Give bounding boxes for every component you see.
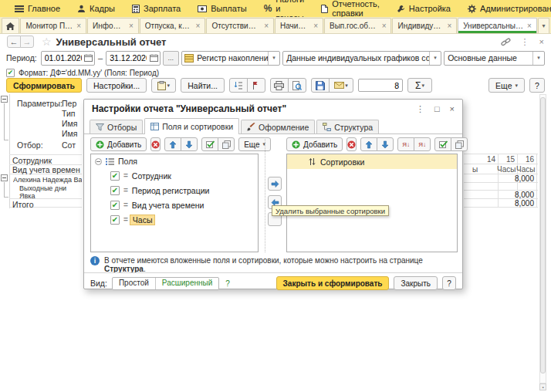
period-from-field[interactable] bbox=[41, 51, 95, 66]
scrollbar-thumb[interactable] bbox=[540, 97, 546, 373]
close-page-icon[interactable]: × bbox=[539, 37, 544, 46]
register-kind-select[interactable]: Основные данные ▾ bbox=[444, 51, 545, 66]
save-icon[interactable] bbox=[311, 78, 330, 93]
more-button[interactable]: Еще ▾ bbox=[488, 78, 525, 93]
vertical-scrollbar[interactable] bbox=[539, 94, 546, 384]
chevron-down-icon[interactable]: ▾ bbox=[532, 52, 544, 65]
tab-close-icon[interactable]: × bbox=[382, 22, 387, 30]
scrollbar-bottom-button[interactable]: ▪ bbox=[539, 384, 546, 390]
dialog-tab-otbory[interactable]: Отборы bbox=[90, 120, 143, 133]
fields-move-down-button[interactable] bbox=[181, 137, 198, 151]
fields-list[interactable]: Поля ✔ = Сотрудник ✔ = Период регистраци… bbox=[90, 154, 259, 252]
field-row-vid-ucheta[interactable]: ✔ = Вид учета времени bbox=[91, 198, 258, 212]
link-icon[interactable] bbox=[501, 37, 511, 47]
fields-uncheck-all-button[interactable] bbox=[218, 137, 235, 151]
field-checkbox[interactable]: ✔ bbox=[110, 171, 120, 181]
tab-universalnyj-otchet[interactable]: Универсальный отчет × bbox=[458, 18, 537, 33]
sortings-header-row[interactable]: Сортировки bbox=[287, 154, 457, 169]
print-preview-icon[interactable] bbox=[288, 78, 306, 93]
calendar-icon[interactable] bbox=[148, 53, 160, 63]
view-simple-option[interactable]: Простой bbox=[113, 278, 155, 289]
menu-item-nastroika[interactable]: Настройка bbox=[388, 0, 459, 17]
fields-root-row[interactable]: Поля bbox=[91, 154, 258, 168]
field-row-chasy[interactable]: ✔ = Часы bbox=[91, 212, 258, 227]
tab-close-icon[interactable]: × bbox=[264, 22, 269, 30]
favorite-star-icon[interactable]: ☆ bbox=[42, 35, 52, 48]
sum-button[interactable]: Σ ▾ bbox=[407, 78, 432, 93]
close-and-generate-button[interactable]: Закрыть и сформировать bbox=[276, 276, 390, 290]
menu-item-otchetnost[interactable]: Отчетность, справки bbox=[313, 0, 388, 17]
sortings-uncheck-all-button[interactable] bbox=[451, 137, 468, 151]
help-button[interactable]: ? bbox=[529, 78, 545, 93]
print-icon[interactable] bbox=[270, 78, 289, 93]
sortings-add-button[interactable]: Добавить bbox=[286, 137, 343, 151]
menu-item-kadry[interactable]: Кадры bbox=[69, 0, 123, 17]
tab-otpuska[interactable]: Отпуска, командир... × bbox=[140, 18, 206, 33]
dialog-tab-polya-i-sortirovki[interactable]: Поля и сортировки bbox=[144, 118, 239, 134]
more-dots-icon[interactable]: ⋮ bbox=[521, 37, 529, 47]
field-row-period-registracii[interactable]: ✔ = Период регистрации bbox=[91, 183, 258, 198]
fields-more-button[interactable]: Еще ▾ bbox=[238, 137, 271, 151]
collapse-groups-icon[interactable] bbox=[247, 78, 265, 93]
chevron-down-icon[interactable]: ▾ bbox=[429, 52, 441, 65]
period-from-input[interactable] bbox=[42, 53, 82, 63]
dialog-tab-struktura[interactable]: Структура bbox=[316, 120, 379, 133]
tab-individualnye[interactable]: Индивидуальные гр... × bbox=[392, 18, 457, 33]
menu-item-vyplaty[interactable]: Выплаты bbox=[189, 0, 255, 17]
scale-input[interactable] bbox=[358, 79, 403, 92]
menu-item-zarplata[interactable]: Зарплата bbox=[123, 0, 189, 17]
field-checkbox[interactable]: ✔ bbox=[110, 215, 120, 225]
tab-close-icon[interactable]: × bbox=[313, 22, 318, 30]
tab-nachisleniya[interactable]: Начисления × bbox=[275, 18, 323, 33]
period-variants-button[interactable]: ... bbox=[163, 51, 180, 66]
view-advanced-option[interactable]: Расширенный bbox=[155, 278, 218, 289]
period-to-field[interactable] bbox=[106, 51, 160, 66]
register-object-select[interactable]: Данные индивидуальных графиков сотрудник… bbox=[282, 51, 441, 66]
dialog-tab-oformlenie[interactable]: Оформление bbox=[241, 120, 315, 133]
tab-home[interactable] bbox=[2, 18, 19, 33]
view-help-link[interactable]: ? bbox=[225, 279, 230, 288]
chevron-down-icon[interactable]: ▾ bbox=[268, 52, 279, 65]
sort-descending-icon[interactable]: Я↓ bbox=[414, 137, 431, 151]
sortings-move-down-button[interactable] bbox=[377, 137, 394, 151]
find-button[interactable]: Найти... bbox=[181, 78, 225, 93]
sortings-delete-button[interactable] bbox=[346, 137, 357, 151]
format-checkbox[interactable]: ✔ bbox=[6, 69, 15, 77]
close-button[interactable]: Закрыть bbox=[394, 276, 438, 290]
register-type-select[interactable]: Регистр накопления ▾ bbox=[181, 51, 280, 66]
settings-button[interactable]: Настройки... bbox=[86, 78, 147, 93]
move-to-sortings-button[interactable] bbox=[268, 177, 282, 191]
collapse-toggle-icon[interactable] bbox=[95, 158, 102, 165]
tab-informaciya[interactable]: Информация × bbox=[87, 18, 139, 33]
sort-ascending-icon[interactable]: Я↓ bbox=[397, 137, 414, 151]
fields-add-button[interactable]: Добавить bbox=[90, 137, 147, 151]
dialog-maximize-icon[interactable]: □ bbox=[434, 105, 440, 113]
field-row-sotrudnik[interactable]: ✔ = Сотрудник bbox=[91, 168, 258, 183]
generate-button[interactable]: Сформировать bbox=[6, 78, 82, 93]
tab-monitor-portala[interactable]: Монитор Портала 1... × bbox=[20, 18, 86, 33]
forward-button[interactable]: → bbox=[20, 35, 34, 48]
group-collapse-toggle[interactable] bbox=[1, 174, 8, 181]
sortings-check-all-button[interactable] bbox=[434, 137, 451, 151]
fields-check-all-button[interactable] bbox=[201, 137, 218, 151]
field-checkbox[interactable]: ✔ bbox=[110, 201, 120, 210]
menu-item-administrirovanie[interactable]: Администрирование bbox=[459, 0, 551, 17]
tab-overflow-button[interactable]: ▾ bbox=[538, 18, 549, 33]
tab-close-icon[interactable]: × bbox=[196, 22, 201, 30]
fields-move-up-button[interactable] bbox=[164, 137, 181, 151]
dialog-close-icon[interactable]: × bbox=[450, 105, 455, 113]
tab-vyp-gos[interactable]: Вып.гос.обязанност... × bbox=[324, 18, 392, 33]
period-to-input[interactable] bbox=[106, 53, 147, 63]
calendar-icon[interactable] bbox=[83, 53, 94, 63]
tab-close-icon[interactable]: × bbox=[76, 22, 81, 30]
send-email-button[interactable]: ▾ bbox=[329, 78, 353, 93]
expand-groups-icon[interactable] bbox=[229, 78, 248, 93]
dialog-more-dots-icon[interactable]: ⋮ bbox=[416, 105, 424, 113]
tab-close-icon[interactable]: × bbox=[447, 22, 451, 30]
field-checkbox[interactable]: ✔ bbox=[110, 186, 120, 195]
back-button[interactable]: ← bbox=[7, 35, 21, 48]
group-collapse-toggle[interactable] bbox=[1, 96, 8, 103]
sortings-move-up-button[interactable] bbox=[360, 137, 377, 151]
fields-delete-button[interactable] bbox=[150, 137, 161, 151]
tab-close-icon[interactable]: × bbox=[129, 22, 134, 30]
